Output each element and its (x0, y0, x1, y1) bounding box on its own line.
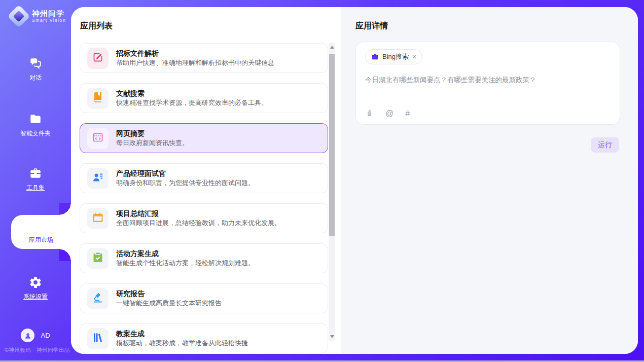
app-card-title: 教案生成 (116, 330, 248, 338)
close-icon[interactable]: × (412, 53, 416, 60)
sidebar-item-label: 工具集 (26, 184, 45, 192)
app-icon-box (87, 48, 109, 69)
toolbox-icon (29, 167, 42, 180)
sidebar-item-app-market[interactable]: 应用市场 (11, 215, 71, 249)
person-icon (21, 329, 34, 342)
app-icon-box (87, 288, 109, 309)
brand-logo-icon (9, 7, 28, 26)
app-card-description: 模板驱动，教案秒成，教学准备从此轻松快捷 (116, 340, 248, 347)
app-icon-box (87, 168, 109, 189)
app-icon-box (87, 128, 109, 149)
brand-logo: 神州问学 Smart Vision (9, 7, 66, 26)
scrollbar[interactable] (329, 43, 335, 341)
brand-subtitle: Smart Vision (32, 18, 66, 23)
app-card-title: 研究报告 (116, 290, 222, 298)
cube-icon (34, 220, 48, 233)
hash-icon[interactable]: # (405, 110, 410, 118)
pen-square-icon (92, 51, 104, 65)
app-icon-box (87, 208, 109, 229)
app-window: 神州问学 Smart Vision 对话智能文件夹工具集应用市场系统设置 AD … (0, 0, 644, 362)
app-icon-box (87, 248, 109, 269)
sidebar-item-settings[interactable]: 系统设置 (0, 276, 71, 301)
app-detail-title: 应用详情 (341, 7, 638, 30)
sidebar-item-smart-folder[interactable]: 智能文件夹 (0, 113, 71, 138)
folder-icon (29, 113, 42, 126)
tab-curve-top (59, 203, 71, 215)
calendar-icon (92, 211, 104, 226)
brand-name: 神州问学 (32, 9, 66, 18)
app-card[interactable]: 研究报告一键智能生成高质量长文本研究报告 (80, 283, 328, 313)
chat-icon (29, 57, 42, 70)
sidebar-item-label: 应用市场 (29, 236, 53, 244)
user-profile[interactable]: AD (0, 329, 71, 342)
app-card-description: 全面回顾项目进展，总结经验教训，助力未来优化发展。 (116, 220, 281, 227)
composer-card: Bing搜索 × 今日湖北有哪些新闻要点？有哪些需要关注的最新政策？ @# (355, 42, 620, 125)
app-list-title: 应用列表 (71, 7, 341, 30)
attachment-icon[interactable] (365, 109, 374, 118)
clipboard-check-icon (92, 251, 104, 266)
app-card[interactable]: 产品经理面试官明确身份和职责，为您提供专业性的面试问题。 (80, 163, 328, 193)
app-card-title: 网页摘要 (116, 130, 189, 137)
sidebar-item-label: 对话 (29, 74, 42, 82)
tool-chip-label: Bing搜索 (382, 52, 409, 61)
run-button[interactable]: 运行 (591, 137, 619, 153)
tool-chip-bing-search[interactable]: Bing搜索 × (365, 49, 422, 64)
scrollbar-thumb[interactable] (329, 54, 335, 236)
sidebar-item-label: 智能文件夹 (20, 129, 51, 138)
app-card[interactable]: 招标文件解析帮助用户快速、准确地理解和解析招标书中的关键信息 (80, 43, 328, 73)
app-card-title: 项目总结汇报 (116, 210, 281, 218)
app-icon-box (87, 88, 109, 109)
app-card-description: 一键智能生成高质量长文本研究报告 (116, 300, 222, 307)
app-card[interactable]: 活动方案生成智能生成个性化活动方案，轻松解决规划难题。 (80, 243, 328, 273)
app-card-title: 产品经理面试官 (116, 170, 255, 177)
app-card[interactable]: 教案生成模板驱动，教案秒成，教学准备从此轻松快捷 (80, 323, 328, 353)
composer-toolbar: @# (365, 109, 410, 118)
app-card[interactable]: 文献搜索快速精准查找学术资源，提高研究效率的必备工具。 (80, 83, 328, 113)
app-card-title: 招标文件解析 (116, 50, 274, 57)
app-card[interactable]: 网页摘要每日政府新闻资讯快查。 (80, 123, 328, 153)
copyright-text: ©神州数码 · 神州问学出品 (5, 347, 70, 354)
sidebar-item-toolset[interactable]: 工具集 (0, 167, 71, 192)
sidebar: 神州问学 Smart Vision 对话智能文件夹工具集应用市场系统设置 AD … (0, 0, 71, 360)
scroll-up-icon[interactable] (330, 46, 334, 49)
book-icon (92, 91, 104, 105)
app-card[interactable]: 项目总结汇报全面回顾项目进展，总结经验教训，助力未来优化发展。 (80, 203, 328, 233)
sidebar-item-chat[interactable]: 对话 (0, 57, 71, 82)
app-list-pane: 应用列表 招标文件解析帮助用户快速、准确地理解和解析招标书中的关键信息文献搜索快… (71, 7, 341, 354)
app-card-description: 明确身份和职责，为您提供专业性的面试问题。 (116, 179, 255, 187)
tab-curve-bottom (59, 249, 71, 261)
main-panel: 应用列表 招标文件解析帮助用户快速、准确地理解和解析招标书中的关键信息文献搜索快… (71, 7, 638, 354)
app-card-title: 文献搜索 (116, 90, 268, 97)
app-icon-box (87, 328, 109, 349)
app-card-title: 活动方案生成 (116, 250, 255, 258)
mention-icon[interactable]: @ (385, 110, 393, 118)
sidebar-item-label: 系统设置 (23, 293, 48, 301)
app-card-description: 帮助用户快速、准确地理解和解析招标书中的关键信息 (116, 59, 274, 66)
app-card-description: 智能生成个性化活动方案，轻松解决规划难题。 (116, 260, 255, 267)
app-card-description: 快速精准查找学术资源，提高研究效率的必备工具。 (116, 99, 268, 106)
app-card-list: 招标文件解析帮助用户快速、准确地理解和解析招标书中的关键信息文献搜索快速精准查找… (80, 43, 328, 354)
user-initials: AD (41, 332, 50, 339)
interviewer-icon (92, 171, 104, 186)
microscope-icon (92, 292, 104, 306)
query-text[interactable]: 今日湖北有哪些新闻要点？有哪些需要关注的最新政策？ (365, 75, 611, 85)
books-icon (92, 332, 104, 346)
briefcase-icon (371, 53, 379, 61)
gear-icon (29, 276, 42, 289)
app-detail-pane: 应用详情 Bing搜索 × 今日湖北有哪些新闻要点？有哪些需要关注的最新政策？ … (341, 7, 638, 354)
browser-code-icon (92, 131, 104, 146)
scroll-down-icon[interactable] (330, 335, 334, 338)
app-card-description: 每日政府新闻资讯快查。 (116, 139, 189, 147)
